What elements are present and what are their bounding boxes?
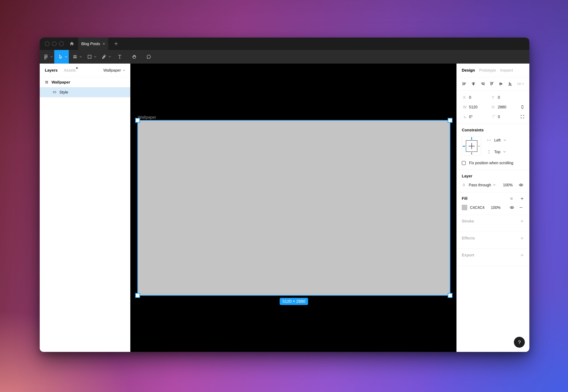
distribute-button[interactable] xyxy=(517,81,524,86)
comment-tool-button[interactable] xyxy=(142,50,156,64)
window-zoom-button[interactable] xyxy=(59,42,64,46)
layers-panel: Layers Assets Wallpaper Wallpaper Style xyxy=(40,64,130,352)
height-input[interactable]: 2880 xyxy=(498,105,521,109)
constraint-top-tick[interactable] xyxy=(471,137,472,140)
add-stroke-button[interactable] xyxy=(519,218,525,224)
position-section: X 0 Y 0 W 5120 H 2880 0° xyxy=(457,91,529,124)
window-controls xyxy=(40,42,64,46)
wh-row: W 5120 H 2880 xyxy=(457,102,529,112)
main-area: Layers Assets Wallpaper Wallpaper Style … xyxy=(40,64,529,352)
plus-icon xyxy=(520,253,524,257)
rectangle-layer-icon xyxy=(52,90,57,94)
eye-icon xyxy=(509,205,514,210)
pen-tool-icon xyxy=(101,54,107,59)
layer-visibility-button[interactable] xyxy=(518,182,524,187)
chevron-down-icon xyxy=(108,56,111,57)
layer-row-style[interactable]: Style xyxy=(40,87,130,97)
fill-styles-button[interactable] xyxy=(508,195,515,202)
comment-tool-icon xyxy=(146,54,151,59)
home-icon xyxy=(69,41,75,46)
window-close-button[interactable] xyxy=(45,42,49,46)
selection-handle-bottom-right[interactable] xyxy=(448,294,452,297)
x-input[interactable]: 0 xyxy=(469,95,492,99)
document-tab[interactable]: Blog Posts × xyxy=(78,38,108,50)
constraints-diagram[interactable] xyxy=(462,136,481,155)
constraint-bottom-tick[interactable] xyxy=(471,153,472,154)
constraint-right-tick[interactable] xyxy=(478,146,480,146)
fix-position-row[interactable]: Fix position when scrolling xyxy=(462,161,524,165)
align-vertical-center-button[interactable] xyxy=(498,81,503,86)
independent-corners-button[interactable] xyxy=(519,114,526,119)
main-menu-button[interactable] xyxy=(40,50,54,64)
y-label: Y xyxy=(492,95,498,99)
design-panel-tabs: Design Prototype Inspect xyxy=(457,64,529,77)
canvas-frame-label[interactable]: Wallpaper xyxy=(138,115,156,120)
constraint-left-tick[interactable] xyxy=(463,146,465,147)
independent-corners-icon xyxy=(520,114,525,119)
fill-color-swatch[interactable] xyxy=(462,205,467,210)
blend-mode-select[interactable]: Pass through xyxy=(469,183,491,187)
layer-name: Wallpaper xyxy=(52,80,70,84)
layer-opacity-input[interactable]: 100% xyxy=(503,183,513,187)
selection-handle-top-left[interactable] xyxy=(136,118,139,122)
y-input[interactable]: 0 xyxy=(498,95,521,99)
fill-visibility-button[interactable] xyxy=(509,205,515,210)
align-horizontal-center-button[interactable] xyxy=(471,81,476,86)
effects-section: Effects xyxy=(457,232,529,249)
canvas[interactable]: Wallpaper 5120 × 2880 xyxy=(130,64,456,352)
layer-row-wallpaper[interactable]: Wallpaper xyxy=(40,77,130,87)
tab-assets[interactable]: Assets xyxy=(64,68,76,73)
remove-fill-button[interactable] xyxy=(518,205,524,210)
text-tool-button[interactable] xyxy=(112,50,127,64)
layer-section: Layer Pass through 100% xyxy=(457,170,529,192)
chevron-down-icon xyxy=(94,56,96,57)
selection-handle-bottom-left[interactable] xyxy=(136,294,139,297)
fix-position-checkbox[interactable] xyxy=(462,161,466,165)
pen-tool-button[interactable] xyxy=(98,50,112,64)
frame-tool-button[interactable] xyxy=(69,50,83,64)
horizontal-constraint-select[interactable]: Left xyxy=(487,138,506,142)
window-minimize-button[interactable] xyxy=(52,42,57,46)
stroke-section: Stroke xyxy=(457,215,529,232)
page-selector[interactable]: Wallpaper xyxy=(103,68,125,73)
rotation-input[interactable]: 0° xyxy=(469,114,492,119)
add-fill-button[interactable] xyxy=(519,195,525,202)
selection-size-badge: 5120 × 2880 xyxy=(280,298,308,305)
rotation-icon xyxy=(463,114,469,119)
new-tab-button[interactable]: + xyxy=(112,40,120,47)
vertical-constraint-select[interactable]: Top xyxy=(487,150,506,154)
selected-frame[interactable]: 5120 × 2880 xyxy=(138,121,450,295)
figma-logo-icon xyxy=(43,54,48,59)
move-tool-icon xyxy=(58,54,63,59)
fill-opacity-input[interactable]: 100% xyxy=(491,205,501,210)
tab-prototype[interactable]: Prototype xyxy=(479,68,496,73)
help-icon: ? xyxy=(518,339,521,345)
move-tool-button[interactable] xyxy=(54,50,69,64)
align-left-button[interactable] xyxy=(462,81,467,86)
shape-tool-button[interactable] xyxy=(83,50,98,64)
width-input[interactable]: 5120 xyxy=(469,105,492,109)
hand-tool-button[interactable] xyxy=(127,50,142,64)
constrain-proportions-button[interactable] xyxy=(519,104,526,110)
toolbar: Share 20% xyxy=(40,50,529,64)
document-tab-title: Blog Posts xyxy=(81,42,100,46)
align-top-button[interactable] xyxy=(489,81,494,86)
add-export-button[interactable] xyxy=(519,252,525,258)
minus-icon xyxy=(519,205,523,210)
corner-radius-input[interactable]: 0 xyxy=(498,114,521,119)
layer-name: Style xyxy=(60,90,68,95)
home-button[interactable] xyxy=(68,40,76,48)
add-effect-button[interactable] xyxy=(519,235,525,241)
fill-hex-input[interactable]: C4C4C4 xyxy=(470,205,484,210)
tab-design[interactable]: Design xyxy=(462,68,475,73)
w-label: W xyxy=(463,105,469,109)
tab-inspect[interactable]: Inspect xyxy=(500,68,513,73)
chevron-down-icon xyxy=(493,184,495,186)
help-button[interactable]: ? xyxy=(514,337,525,348)
selection-handle-top-right[interactable] xyxy=(448,118,452,122)
frame-glyph-icon xyxy=(45,80,49,84)
tab-layers[interactable]: Layers xyxy=(45,68,58,73)
align-right-button[interactable] xyxy=(480,81,485,86)
close-tab-icon[interactable]: × xyxy=(103,42,105,46)
align-bottom-button[interactable] xyxy=(508,81,513,86)
